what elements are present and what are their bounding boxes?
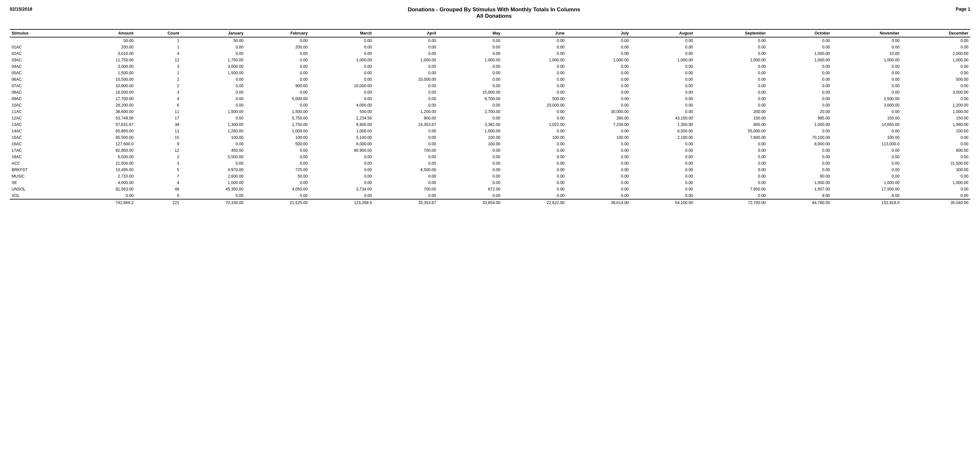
cell-stimulus: 05AC bbox=[10, 70, 72, 76]
cell-feb: 900.00 bbox=[245, 82, 310, 89]
cell-may: 0.00 bbox=[438, 44, 503, 50]
cell-oct: 0.00 bbox=[768, 147, 832, 154]
cell-amount: 10,495.00 bbox=[72, 167, 136, 173]
total-count: 221 bbox=[135, 199, 181, 206]
cell-jun: 0.00 bbox=[503, 70, 567, 76]
cell-mar: 0.00 bbox=[310, 44, 374, 50]
cell-apr: 0.00 bbox=[374, 70, 438, 76]
cell-amount: 2,710.00 bbox=[72, 173, 136, 179]
cell-jun: 1,000.00 bbox=[503, 57, 567, 63]
cell-sep: 0.00 bbox=[695, 173, 768, 179]
table-row: 03AC11,750.00121,750.000.001,000.001,000… bbox=[10, 57, 970, 63]
cell-jun: 0.00 bbox=[503, 82, 567, 89]
cell-jun: 0.00 bbox=[503, 186, 567, 192]
col-november: November bbox=[832, 29, 902, 37]
cell-aug: 0.00 bbox=[631, 147, 695, 154]
cell-may: 2,700.00 bbox=[438, 108, 503, 115]
cell-count: 7 bbox=[135, 173, 181, 179]
cell-jun: 0.00 bbox=[503, 173, 567, 179]
cell-jun: 0.00 bbox=[503, 44, 567, 50]
cell-dec: 2,000.00 bbox=[902, 50, 970, 57]
cell-jan: 0.00 bbox=[181, 76, 245, 82]
cell-amount: 10,500.00 bbox=[72, 76, 136, 82]
cell-amount: 1,500.00 bbox=[72, 70, 136, 76]
table-row: 04AC3,000.0033,000.000.000.000.000.000.0… bbox=[10, 63, 970, 70]
cell-sep: 0.00 bbox=[695, 76, 768, 82]
cell-sep: 0.00 bbox=[695, 82, 768, 89]
cell-sep: 55,000.00 bbox=[695, 128, 768, 134]
cell-nov: 0.00 bbox=[832, 147, 902, 154]
col-january: January bbox=[181, 29, 245, 37]
cell-count: 2 bbox=[135, 82, 181, 89]
cell-sep: 0.00 bbox=[695, 167, 768, 173]
cell-amount: 57,631.67 bbox=[72, 121, 136, 128]
cell-mar: 0.00 bbox=[310, 70, 374, 76]
cell-sep: 0.00 bbox=[695, 70, 768, 76]
cell-stimulus bbox=[10, 37, 72, 44]
cell-oct: 8.00 bbox=[768, 192, 832, 199]
cell-oct: 1,000.00 bbox=[768, 57, 832, 63]
cell-amount: 81,563.00 bbox=[72, 186, 136, 192]
cell-aug: 0.00 bbox=[631, 50, 695, 57]
cell-oct: 1,607.00 bbox=[768, 186, 832, 192]
cell-sep: 0.00 bbox=[695, 154, 768, 160]
table-row: BRKFST10,495.0054,970.00725.000.004,500.… bbox=[10, 167, 970, 173]
cell-jun: 0.00 bbox=[503, 192, 567, 199]
table-row: UNSOL81,563.004845,350.004,050.003,734.0… bbox=[10, 186, 970, 192]
page-number: Page 1 bbox=[956, 6, 970, 12]
table-row: VOL0.0000.000.000.000.000.000.000.000.00… bbox=[10, 192, 970, 199]
cell-aug: 1,350.00 bbox=[631, 121, 695, 128]
cell-mar: 0.00 bbox=[310, 76, 374, 82]
cell-oct: 0.00 bbox=[768, 70, 832, 76]
cell-nov: 0.00 bbox=[832, 160, 902, 167]
cell-oct: 1,000.00 bbox=[768, 50, 832, 57]
col-may: May bbox=[438, 29, 503, 37]
cell-jan: 45,350.00 bbox=[181, 186, 245, 192]
cell-jun: 1,022.00 bbox=[503, 121, 567, 128]
cell-may: 3,382.00 bbox=[438, 121, 503, 128]
cell-stimulus: 04AC bbox=[10, 63, 72, 70]
cell-dec: 300.00 bbox=[902, 167, 970, 173]
cell-stimulus: 17AC bbox=[10, 147, 72, 154]
cell-jun: 0.00 bbox=[503, 89, 567, 95]
col-march: March bbox=[310, 29, 374, 37]
cell-jan: 0.00 bbox=[181, 160, 245, 167]
total-jun: 22,622.00 bbox=[503, 199, 567, 206]
cell-sep: 0.00 bbox=[695, 44, 768, 50]
cell-mar: 2,234.56 bbox=[310, 115, 374, 121]
cell-mar: 10,000.00 bbox=[310, 82, 374, 89]
cell-dec: 1,000.00 bbox=[902, 108, 970, 115]
cell-sep: 0.00 bbox=[695, 192, 768, 199]
cell-dec: 1,200.00 bbox=[902, 102, 970, 108]
cell-sep: 800.00 bbox=[695, 121, 768, 128]
cell-may: 672.00 bbox=[438, 186, 503, 192]
cell-stimulus: 14AC bbox=[10, 128, 72, 134]
cell-oct: 0.00 bbox=[768, 160, 832, 167]
cell-may: 0.00 bbox=[438, 147, 503, 154]
cell-amount: 50.00 bbox=[72, 37, 136, 44]
cell-jul: 0.00 bbox=[566, 173, 631, 179]
cell-sep: 150.00 bbox=[695, 115, 768, 121]
cell-feb: 50.00 bbox=[245, 173, 310, 179]
cell-jul: 0.00 bbox=[566, 102, 631, 108]
cell-dec: 0.00 bbox=[902, 63, 970, 70]
cell-jul: 0.00 bbox=[566, 141, 631, 147]
cell-nov: 10.00 bbox=[832, 50, 902, 57]
cell-amount: 53,749.56 bbox=[72, 115, 136, 121]
cell-dec: 0.00 bbox=[902, 82, 970, 89]
cell-jul: 0.00 bbox=[566, 76, 631, 82]
cell-mar: 0.00 bbox=[310, 37, 374, 44]
cell-jan: 0.00 bbox=[181, 95, 245, 102]
cell-may: 0.00 bbox=[438, 115, 503, 121]
cell-mar: 1,000.00 bbox=[310, 57, 374, 63]
cell-amount: 85,500.00 bbox=[72, 134, 136, 141]
cell-count: 48 bbox=[135, 186, 181, 192]
cell-feb: 0.00 bbox=[245, 57, 310, 63]
cell-mar: 0.00 bbox=[310, 160, 374, 167]
cell-feb: 0.00 bbox=[245, 76, 310, 82]
cell-jan: 3,000.00 bbox=[181, 63, 245, 70]
cell-stimulus: UNSOL bbox=[10, 186, 72, 192]
cell-oct: 0.00 bbox=[768, 37, 832, 44]
cell-may: 1,000.00 bbox=[438, 128, 503, 134]
cell-jul: 280.00 bbox=[566, 115, 631, 121]
